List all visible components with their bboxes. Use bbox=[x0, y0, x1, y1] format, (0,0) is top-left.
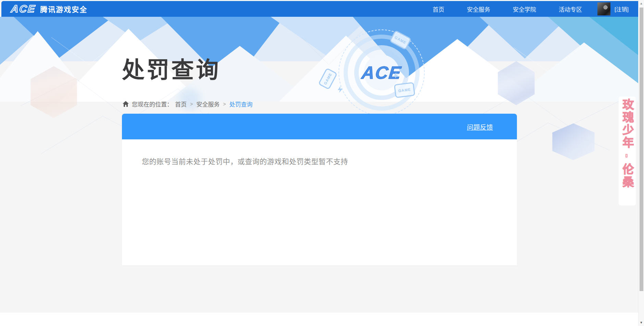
lyric-text: 玫瑰少年 - 伦桑 bbox=[619, 99, 635, 205]
scrollbar-up-arrow-icon[interactable]: ▲ bbox=[639, 2, 644, 5]
vertical-scrollbar[interactable]: ▲ ▼ bbox=[638, 0, 644, 326]
query-result-message: 您的账号当前未处于处罚中，或查询的游戏和处罚类型暂不支持 bbox=[122, 139, 517, 166]
home-icon bbox=[123, 101, 129, 107]
query-result-card: 问题反馈 您的账号当前未处于处罚中，或查询的游戏和处罚类型暂不支持 bbox=[122, 114, 517, 265]
breadcrumb: 您现在的位置： 首页 > 安全服务 > 处罚查询 bbox=[123, 100, 252, 108]
scrollbar-thumb[interactable] bbox=[640, 8, 643, 291]
floating-lyric-widget[interactable]: 玫瑰少年 - 伦桑 bbox=[619, 97, 636, 205]
user-avatar[interactable] bbox=[597, 2, 610, 15]
brand-name: 腾讯游戏安全 bbox=[40, 4, 87, 14]
nav-item-security-services[interactable]: 安全服务 bbox=[456, 5, 501, 13]
breadcrumb-separator: > bbox=[190, 101, 193, 107]
ace-logo: ACE bbox=[10, 3, 36, 15]
breadcrumb-separator: > bbox=[223, 101, 226, 107]
card-header-bar: 问题反馈 bbox=[122, 114, 517, 139]
breadcrumb-prefix: 您现在的位置： bbox=[132, 100, 173, 108]
page-title: 处罚查询 bbox=[122, 51, 221, 84]
nav-item-security-academy[interactable]: 安全学院 bbox=[501, 5, 547, 13]
breadcrumb-home[interactable]: 首页 bbox=[175, 100, 187, 108]
brand-logo[interactable]: ACE 腾讯游戏安全 bbox=[11, 3, 87, 15]
breadcrumb-security-services[interactable]: 安全服务 bbox=[196, 100, 220, 108]
card-body: 您的账号当前未处于处罚中，或查询的游戏和处罚类型暂不支持 bbox=[122, 139, 517, 265]
nav-item-activity-zone[interactable]: 活动专区 bbox=[547, 5, 593, 13]
top-navbar: ACE 腾讯游戏安全 首页 安全服务 安全学院 活动专区 [注销] bbox=[1, 1, 638, 17]
nav-links: 首页 安全服务 安全学院 活动专区 [注销] bbox=[421, 1, 633, 17]
nav-item-home[interactable]: 首页 bbox=[421, 5, 456, 13]
breadcrumb-current-page[interactable]: 处罚查询 bbox=[229, 100, 252, 108]
scrollbar-down-arrow-icon[interactable]: ▼ bbox=[639, 321, 644, 324]
logout-link[interactable]: [注销] bbox=[615, 5, 629, 13]
feedback-link[interactable]: 问题反馈 bbox=[467, 122, 493, 131]
